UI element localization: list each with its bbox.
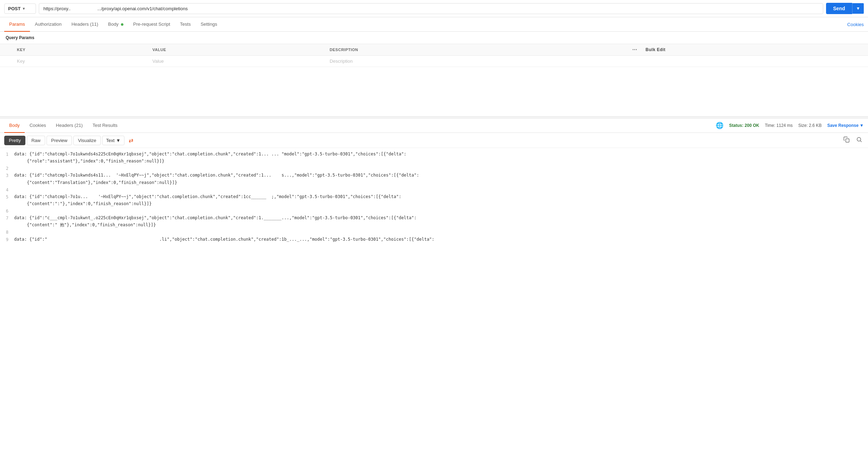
code-line: 4: [0, 186, 868, 193]
key-cell[interactable]: Key: [13, 56, 148, 67]
visualize-button[interactable]: Visualize: [73, 136, 101, 145]
line-content: data: {"id":" .li","object":"chat.comple…: [14, 236, 868, 243]
tab-settings[interactable]: Settings: [196, 17, 222, 32]
cookies-link[interactable]: Cookies: [847, 18, 864, 31]
pretty-button[interactable]: Pretty: [4, 136, 25, 145]
format-bar-right: [842, 135, 864, 146]
globe-icon: 🌐: [716, 122, 723, 129]
row-actions: [620, 56, 641, 67]
line-number: [0, 201, 14, 201]
line-number: 2: [0, 165, 14, 172]
params-table: KEY VALUE DESCRIPTION ⋯ Bulk Edit Key Va…: [0, 44, 868, 67]
description-cell[interactable]: Description: [325, 56, 620, 67]
line-number: [0, 179, 14, 180]
response-tab-cookies[interactable]: Cookies: [25, 118, 51, 133]
code-line: 2: [0, 165, 868, 172]
top-bar: POST ▼ Send ▼: [0, 0, 868, 17]
preview-button[interactable]: Preview: [47, 136, 72, 145]
code-line: 3data: {"id":"chatcmpl-7o1ukwnds4s11... …: [0, 172, 868, 179]
description-col-header: DESCRIPTION: [325, 44, 620, 56]
request-tabs-bar: Params Authorization Headers (11) Body P…: [0, 17, 868, 32]
response-code-area: 1data: {"id":"chatcmpl-7o1ukwnds4s225cEn…: [0, 148, 868, 246]
svg-rect-0: [846, 139, 849, 142]
format-type-chevron-icon: ▼: [116, 138, 121, 143]
tab-tests[interactable]: Tests: [175, 17, 196, 32]
save-response-button[interactable]: Save Response ▼: [827, 123, 864, 128]
wrap-lines-icon[interactable]: ⇄: [129, 137, 133, 144]
code-line: {"content":"Translation"},"index":0,"fin…: [0, 179, 868, 186]
line-number: 4: [0, 186, 14, 193]
line-content: data: {"id":"chatcmpl-7o1u... '~HxElqPY~…: [14, 193, 868, 200]
code-line: 6: [0, 208, 868, 215]
raw-button[interactable]: Raw: [27, 136, 45, 145]
response-tab-headers[interactable]: Headers (21): [51, 118, 88, 133]
body-active-dot: [121, 23, 123, 26]
save-response-chevron-icon: ▼: [860, 123, 864, 128]
line-number: 5: [0, 193, 14, 201]
line-number: [0, 158, 14, 158]
line-content: data: {"id":"chatcmpl-7o1ukwnds4s11... '…: [14, 172, 868, 179]
search-button[interactable]: [855, 135, 864, 146]
response-tab-body[interactable]: Body: [4, 118, 25, 133]
line-number: 9: [0, 236, 14, 243]
method-label: POST: [8, 6, 20, 11]
row-bulk: [641, 56, 868, 67]
value-col-header: VALUE: [148, 44, 325, 56]
line-number: 8: [0, 229, 14, 236]
svg-point-1: [857, 137, 861, 141]
line-number: 3: [0, 172, 14, 179]
line-content: {"content":"Translation"},"index":0,"fin…: [14, 179, 868, 186]
response-tabs-bar: Body Cookies Headers (21) Test Results 🌐…: [0, 118, 868, 133]
code-line: 8: [0, 229, 868, 236]
line-content: data: {"id":"chatcmpl-7o1ukwnds4s225cEn0…: [14, 151, 868, 158]
line-number: 7: [0, 215, 14, 222]
copy-button[interactable]: [842, 135, 851, 146]
tab-prerequest[interactable]: Pre-request Script: [128, 17, 175, 32]
tab-body[interactable]: Body: [103, 17, 128, 32]
code-line: {"content":" 抱"},"index":0,"finish_reaso…: [0, 222, 868, 229]
status-ok-label: Status: 200 OK: [729, 123, 759, 128]
format-bar: Pretty Raw Preview Visualize Text ▼ ⇄: [0, 133, 868, 148]
format-type-select[interactable]: Text ▼: [102, 136, 124, 145]
actions-col-header: ⋯: [620, 44, 641, 56]
code-line: 5data: {"id":"chatcmpl-7o1u... '~HxElqPY…: [0, 193, 868, 201]
line-number: [0, 222, 14, 222]
checkbox-col-header: [0, 44, 13, 56]
send-button-group: Send ▼: [826, 3, 864, 14]
code-line: {"content":":"},"index":0,"finish_reason…: [0, 201, 868, 208]
status-time-label: Time: 1124 ms: [765, 123, 793, 128]
line-content: {"content":":"},"index":0,"finish_reason…: [14, 201, 868, 207]
more-options-icon[interactable]: ⋯: [632, 47, 637, 53]
value-cell[interactable]: Value: [148, 56, 325, 67]
code-line: {"role":"assistant"},"index":0,"finish_r…: [0, 158, 868, 165]
empty-space: [0, 67, 868, 116]
key-col-header: KEY: [13, 44, 148, 56]
svg-line-2: [860, 141, 861, 142]
code-line: 7data: {"id":"c___cmpl-7o1ukwnt_.o225cEn…: [0, 215, 868, 222]
line-content: {"role":"assistant"},"index":0,"finish_r…: [14, 158, 868, 165]
line-content: data: {"id":"c___cmpl-7o1ukwnt_.o225cEn0…: [14, 215, 868, 221]
send-button[interactable]: Send: [826, 3, 852, 14]
tab-authorization[interactable]: Authorization: [30, 17, 67, 32]
line-number: 6: [0, 208, 14, 215]
send-dropdown-button[interactable]: ▼: [852, 3, 864, 14]
table-row: Key Value Description: [0, 56, 868, 67]
row-checkbox-cell: [0, 56, 13, 67]
code-line: 1data: {"id":"chatcmpl-7o1ukwnds4s225cEn…: [0, 151, 868, 158]
bulk-edit-col-header[interactable]: Bulk Edit: [641, 44, 868, 56]
response-status-bar: 🌐 Status: 200 OK Time: 1124 ms Size: 2.6…: [716, 122, 864, 129]
tab-headers[interactable]: Headers (11): [67, 17, 103, 32]
method-selector[interactable]: POST ▼: [4, 4, 36, 14]
method-chevron-icon: ▼: [22, 7, 25, 11]
line-number: 1: [0, 151, 14, 158]
tab-params[interactable]: Params: [4, 17, 30, 32]
query-params-label: Query Params: [0, 32, 868, 44]
line-content: {"content":" 抱"},"index":0,"finish_reaso…: [14, 222, 868, 228]
status-size-label: Size: 2.6 KB: [798, 123, 821, 128]
response-tab-test-results[interactable]: Test Results: [87, 118, 122, 133]
url-input[interactable]: [39, 3, 823, 14]
code-line: 9data: {"id":" .li","object":"chat.compl…: [0, 236, 868, 243]
